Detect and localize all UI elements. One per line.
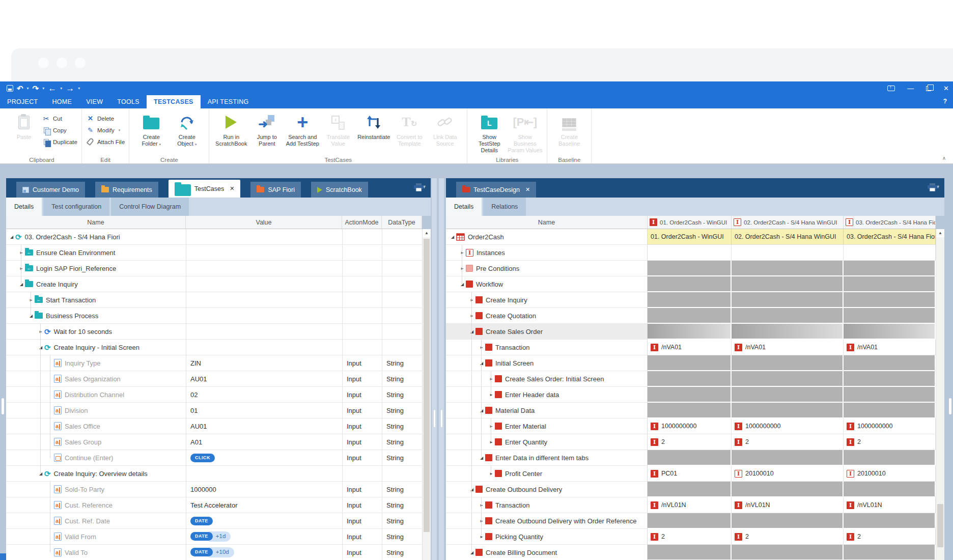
menu-tab-testcases[interactable]: TESTCASES — [147, 95, 201, 108]
testsheet-tree-row[interactable]: ▸Enter QuantityI2I2I2 — [446, 434, 936, 450]
instance-value-cell[interactable] — [732, 292, 844, 308]
testsheet-tree-row[interactable]: ◢Create Billing Document — [446, 545, 936, 560]
testcase-tree-row[interactable]: aSales Office AU01 Input String — [6, 418, 422, 434]
expander-collapsed-icon[interactable]: ▸ — [488, 424, 495, 429]
ribbon-button-duplicate[interactable]: Duplicate — [42, 137, 77, 147]
testcase-tree-row[interactable]: aSold-To Party 1000000 Input String — [6, 482, 422, 497]
testsheet-tree-row[interactable]: ▸Picking QuantityI2I2I2 — [446, 529, 936, 545]
instance-value-cell[interactable]: 02. Order2Cash - S/4 Hana WinGUI — [732, 229, 844, 245]
instance-value-cell[interactable]: IPC01 — [648, 466, 732, 482]
expander-expanded-icon[interactable]: ◢ — [478, 361, 485, 366]
testcase-tree-row[interactable]: aCust. Ref. Date DATE Input String — [6, 513, 422, 529]
testsheet-tree-row[interactable]: ▸Enter MaterialI1000000000I1000000000I10… — [446, 418, 936, 434]
datatype-cell[interactable]: String — [382, 529, 422, 545]
actionmode-cell[interactable] — [342, 292, 382, 308]
instance-value-cell[interactable] — [732, 545, 844, 560]
expander-collapsed-icon[interactable]: ▸ — [478, 518, 485, 523]
instance-value-cell[interactable] — [732, 276, 844, 292]
instance-value-cell[interactable]: I1000000000 — [732, 418, 844, 434]
left-vertical-scrollbar[interactable]: ▲ — [422, 229, 431, 560]
instance-value-cell[interactable]: I2 — [732, 434, 844, 450]
instance-value-cell[interactable]: I/nVA01 — [648, 340, 732, 355]
expander-expanded-icon[interactable]: ◢ — [27, 314, 35, 318]
value-cell[interactable]: Test Accelerator — [186, 497, 342, 513]
ribbon-button-create-folder[interactable]: Create Folder▾ — [133, 110, 169, 148]
ribbon-button-search-and-add-teststep[interactable]: +Search and Add TestStep — [285, 110, 320, 147]
expander-expanded-icon[interactable]: ◢ — [37, 345, 44, 350]
menu-tab-project[interactable]: PROJECT — [0, 95, 45, 108]
column-header-actionmode[interactable]: ActionMode — [342, 216, 382, 229]
expander-expanded-icon[interactable]: ◢ — [478, 408, 485, 413]
instance-value-cell[interactable] — [648, 261, 732, 276]
value-cell[interactable]: 01 — [186, 403, 342, 418]
testsheet-tree-row[interactable]: ◢Workflow — [446, 276, 936, 292]
datatype-cell[interactable]: String — [382, 545, 422, 560]
expander-collapsed-icon[interactable]: ▸ — [488, 392, 495, 397]
instance-value-cell[interactable] — [648, 513, 732, 529]
subtab-details[interactable]: Details — [6, 198, 42, 216]
undo-icon[interactable]: ↶ — [17, 84, 23, 93]
scrollbar-thumb[interactable] — [937, 504, 943, 547]
value-cell[interactable] — [186, 229, 342, 245]
instance-value-cell[interactable] — [732, 450, 844, 466]
testsheet-tree-row[interactable]: ◢Initial Screen — [446, 355, 936, 371]
actionmode-cell[interactable] — [342, 261, 382, 276]
instance-value-cell[interactable] — [732, 513, 844, 529]
instance-value-cell[interactable] — [732, 355, 844, 371]
expander-expanded-icon[interactable]: ◢ — [18, 282, 25, 287]
document-tab-testcasedesign[interactable]: TestCaseDesign✕ — [456, 182, 536, 198]
expander-collapsed-icon[interactable]: ▸ — [459, 250, 466, 255]
testsheet-tree-row[interactable]: ◢Enter Data in different Item tabs — [446, 450, 936, 466]
testcase-tree-row[interactable]: ◢Business Process — [6, 308, 422, 324]
instance-value-cell[interactable]: I1000000000 — [648, 418, 732, 434]
instance-value-cell[interactable] — [648, 324, 732, 340]
ribbon-button-paste[interactable]: Paste — [6, 110, 42, 141]
datatype-cell[interactable] — [382, 261, 422, 276]
testcase-tree-row[interactable]: ◢⟳Create Inquiry - Initial Screen — [6, 340, 422, 355]
instance-value-cell[interactable] — [844, 245, 936, 261]
ribbon-button-modify[interactable]: ✎Modify▾ — [86, 125, 125, 135]
column-header-name[interactable]: Name — [6, 216, 186, 229]
actionmode-cell[interactable] — [342, 340, 382, 355]
instance-value-cell[interactable] — [732, 403, 844, 418]
expander-expanded-icon[interactable]: ◢ — [459, 282, 466, 287]
expander-expanded-icon[interactable]: ◢ — [8, 235, 15, 239]
instance-value-cell[interactable] — [732, 371, 844, 387]
testsheet-tree-row[interactable]: ▸Create Sales Order: Initial Screen — [446, 371, 936, 387]
instance-value-cell[interactable] — [844, 355, 936, 371]
print-icon[interactable] — [414, 183, 424, 191]
datatype-cell[interactable]: String — [382, 387, 422, 403]
instance-value-cell[interactable] — [648, 355, 732, 371]
scrollbar-thumb[interactable] — [424, 239, 430, 532]
instance-value-cell[interactable] — [844, 545, 936, 560]
instance-value-cell[interactable]: I/nVA01 — [732, 340, 844, 355]
ribbon-button-attach-file[interactable]: Attach File — [86, 137, 125, 147]
instance-value-cell[interactable] — [844, 308, 936, 324]
actionmode-cell[interactable]: Input — [342, 497, 382, 513]
instance-value-cell[interactable] — [844, 513, 936, 529]
actionmode-cell[interactable]: Input — [342, 355, 382, 371]
instance-value-cell[interactable]: I/nVL01N — [844, 497, 936, 513]
expander-expanded-icon[interactable]: ◢ — [37, 471, 44, 476]
datatype-cell[interactable]: String — [382, 418, 422, 434]
datatype-cell[interactable] — [382, 229, 422, 245]
expander-collapsed-icon[interactable]: ▸ — [468, 297, 475, 302]
actionmode-cell[interactable]: Input — [342, 418, 382, 434]
ribbon-button-show-business-param-values[interactable]: [P⇤]Show Business Param Values — [507, 110, 543, 154]
instance-value-cell[interactable] — [648, 308, 732, 324]
datatype-cell[interactable]: String — [382, 450, 422, 466]
close-icon[interactable]: ✕ — [943, 85, 949, 92]
instance-value-cell[interactable] — [844, 450, 936, 466]
value-cell[interactable] — [186, 324, 342, 340]
testcase-tree-row[interactable]: ▸←Start Transaction — [6, 292, 422, 308]
instance-value-cell[interactable] — [648, 292, 732, 308]
instance-value-cell[interactable] — [648, 371, 732, 387]
instance-value-cell[interactable] — [844, 371, 936, 387]
actionmode-cell[interactable] — [342, 276, 382, 292]
instance-value-cell[interactable] — [732, 245, 844, 261]
testcase-tree-row[interactable]: ▸←Login SAP Fiori_Reference — [6, 261, 422, 276]
testcase-tree-row[interactable]: aCust. Reference Test Accelerator Input … — [6, 497, 422, 513]
testcase-tree-row[interactable]: aSales Group A01 Input String — [6, 434, 422, 450]
datatype-cell[interactable]: String — [382, 482, 422, 497]
right-vertical-scrollbar[interactable]: ▲ — [936, 229, 944, 560]
